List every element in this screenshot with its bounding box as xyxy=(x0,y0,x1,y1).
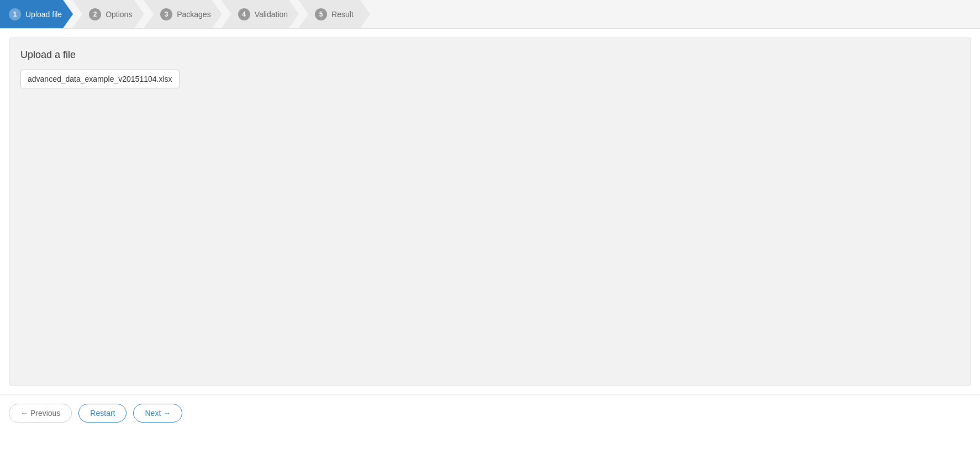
main-content: Upload a file advanced_data_example_v201… xyxy=(0,29,980,394)
step-4-label: Validation xyxy=(255,10,288,19)
content-panel: Upload a file advanced_data_example_v201… xyxy=(9,38,971,386)
step-5[interactable]: 5 Result xyxy=(298,0,370,28)
step-3-label: Packages xyxy=(177,10,210,19)
panel-title: Upload a file xyxy=(20,49,960,61)
step-5-number: 5 xyxy=(315,8,327,20)
step-2-label: Options xyxy=(106,10,132,19)
step-3[interactable]: 3 Packages xyxy=(144,0,222,28)
step-4[interactable]: 4 Validation xyxy=(222,0,299,28)
next-button[interactable]: Next → xyxy=(133,404,182,423)
step-1[interactable]: 1 Upload file xyxy=(0,0,73,28)
file-input-display[interactable]: advanced_data_example_v20151104.xlsx xyxy=(20,70,180,88)
previous-button[interactable]: ← Previous xyxy=(9,404,72,423)
restart-button[interactable]: Restart xyxy=(78,404,127,423)
step-2-number: 2 xyxy=(89,8,101,20)
step-5-label: Result xyxy=(331,10,354,19)
step-1-label: Upload file xyxy=(25,10,62,19)
step-4-number: 4 xyxy=(238,8,250,20)
step-1-number: 1 xyxy=(9,8,21,20)
step-2[interactable]: 2 Options xyxy=(72,0,144,28)
bottom-nav: ← Previous Restart Next → xyxy=(0,394,980,431)
wizard-steps: 1 Upload file 2 Options 3 Packages 4 Val… xyxy=(0,0,980,29)
step-3-number: 3 xyxy=(160,8,172,20)
